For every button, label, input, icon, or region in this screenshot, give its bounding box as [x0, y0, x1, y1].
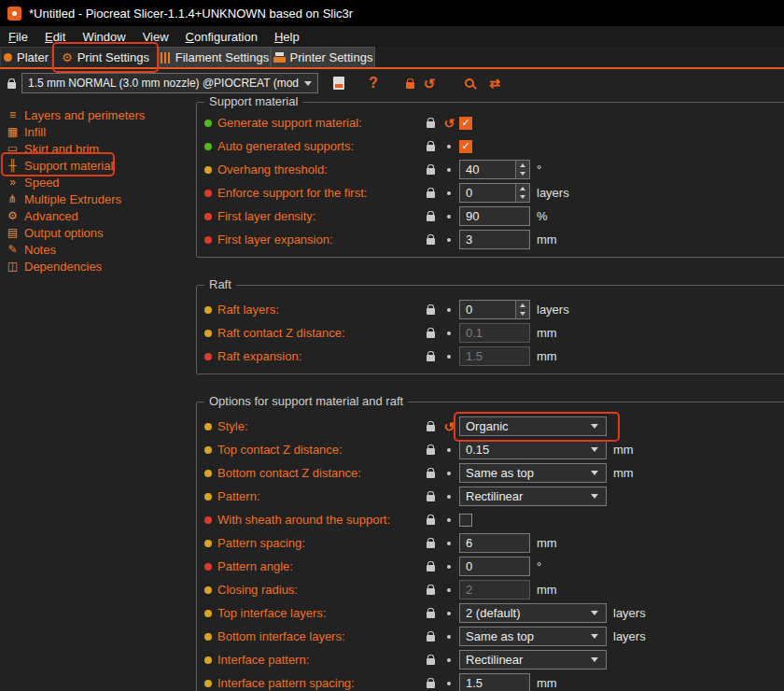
group-title: Support material: [204, 94, 302, 108]
setting-row-overhang-threshold: Overhang threshold: 40 °: [197, 158, 784, 181]
sidebar-item-advanced[interactable]: ⚙ Advanced: [0, 207, 187, 224]
tab-print-settings[interactable]: ⚙ Print Settings: [52, 47, 159, 67]
unit-label: layers: [613, 606, 646, 620]
dropdown-top-interface-layers[interactable]: 2 (default): [459, 603, 607, 623]
dot-icon: [442, 588, 455, 592]
unit-label: °: [537, 162, 541, 176]
sidebar-item-layers-and-perimeters[interactable]: ≡ Layers and perimeters: [0, 106, 187, 123]
window-title: *Untitled - Piocreat Slicer-1.1.4+UNKNOW…: [29, 7, 353, 21]
menu-help[interactable]: Help: [266, 28, 308, 46]
status-bullet: [204, 680, 212, 687]
sidebar-item-infill[interactable]: ▦ Infill: [0, 123, 187, 140]
tab-label: Printer Settings: [290, 50, 373, 64]
unit-label: mm: [537, 233, 557, 247]
lock-icon: [7, 82, 16, 89]
sidebar-item-label: Skirt and brim: [24, 142, 99, 156]
preset-dropdown[interactable]: 1.5 mm NORMAL (3.0 mm nozzle) @PIOCREAT …: [21, 73, 318, 93]
menu-window[interactable]: Window: [74, 28, 133, 46]
spin-input-overhang-threshold[interactable]: 40: [459, 160, 530, 179]
lock-icon: [427, 682, 435, 688]
dropdown-bottom-contact-z[interactable]: Same as top: [459, 463, 607, 483]
group-raft: Raft Raft layers: 0 layers Raft contact …: [196, 285, 784, 374]
spinner-arrows[interactable]: [515, 184, 529, 202]
tab-printer-settings[interactable]: Printer Settings: [271, 47, 375, 67]
text-input-interface-pattern-spacing[interactable]: 1.5: [459, 673, 530, 691]
lock-icon: [427, 472, 435, 478]
tab-filament-settings[interactable]: Filament Settings: [159, 47, 271, 67]
menu-configuration[interactable]: Configuration: [177, 28, 266, 46]
dropdown-value: Rectilinear: [466, 653, 587, 667]
dot-icon: [442, 565, 455, 569]
revert-icon[interactable]: ↺: [442, 420, 455, 433]
input-value: 2: [466, 583, 524, 597]
sidebar-item-speed[interactable]: » Speed: [0, 174, 187, 190]
sidebar-item-skirt-and-brim[interactable]: ▭ Skirt and brim: [0, 140, 187, 157]
sidebar-item-multiple-extruders[interactable]: ⋔ Multiple Extruders: [0, 190, 187, 207]
compare-presets-icon[interactable]: ⇄: [489, 77, 500, 90]
dropdown-bottom-interface-layers[interactable]: Same as top: [459, 627, 607, 646]
sidebar-item-label: Speed: [24, 176, 60, 190]
status-bullet: [204, 143, 212, 150]
preset-name: 1.5 mm NORMAL (3.0 mm nozzle) @PIOCREAT …: [28, 77, 300, 90]
tab-plater[interactable]: Plater: [0, 47, 52, 67]
setting-row-enforce-support: Enforce support for the first: 0 layers: [197, 181, 784, 204]
layers-icon: ≡: [6, 109, 20, 120]
dropdown-top-contact-z[interactable]: 0.15: [459, 440, 607, 459]
skirt-icon: ▭: [6, 143, 20, 154]
group-support-options: Options for support material and raft St…: [196, 402, 784, 691]
revert-icon[interactable]: ↺: [442, 117, 455, 130]
checkbox-sheath[interactable]: [459, 514, 472, 527]
sidebar-item-support-material[interactable]: ╫ Support material: [0, 157, 187, 174]
sidebar-item-output-options[interactable]: ▤ Output options: [0, 224, 187, 241]
dropdown-pattern[interactable]: Rectilinear: [459, 487, 607, 506]
unit-label: mm: [537, 536, 557, 550]
revert-all-icon[interactable]: ↺: [424, 77, 436, 91]
setting-label: Top contact Z distance:: [217, 443, 427, 457]
setting-row-interface-pattern-spacing: Interface pattern spacing: 1.5 mm: [197, 671, 784, 691]
menu-view[interactable]: View: [134, 28, 177, 46]
sidebar-item-notes[interactable]: ✎ Notes: [0, 241, 187, 258]
chevron-down-icon: [591, 424, 598, 429]
lock-icon: [427, 355, 435, 361]
group-title: Options for support material and raft: [204, 394, 408, 408]
spin-input-raft-layers[interactable]: 0: [459, 300, 530, 319]
spin-input-enforce-support[interactable]: 0: [459, 183, 530, 203]
title-bar: *Untitled - Piocreat Slicer-1.1.4+UNKNOW…: [0, 0, 784, 26]
text-input-first-layer-density[interactable]: 90: [459, 206, 530, 226]
save-preset-icon[interactable]: [333, 77, 344, 90]
checkbox-auto-supports[interactable]: [459, 140, 472, 153]
spinner-arrows[interactable]: [515, 301, 529, 318]
dropdown-style[interactable]: Organic: [459, 416, 607, 436]
status-bullet: [204, 540, 212, 547]
dependencies-icon: ◫: [6, 261, 20, 272]
search-icon[interactable]: [465, 78, 474, 88]
dropdown-value: Same as top: [466, 466, 587, 480]
setting-row-raft-expansion: Raft expansion: 1.5 mm: [197, 345, 784, 368]
sidebar-item-label: Multiple Extruders: [24, 192, 121, 206]
help-icon[interactable]: ?: [369, 76, 378, 91]
lock-icon: [427, 495, 435, 501]
sidebar-item-dependencies[interactable]: ◫ Dependencies: [0, 258, 187, 275]
setting-label: Closing radius:: [217, 583, 427, 597]
setting-label: Generate support material:: [217, 116, 427, 130]
menu-edit[interactable]: Edit: [36, 28, 74, 46]
lock-icon: [427, 518, 435, 525]
dropdown-interface-pattern[interactable]: Rectilinear: [459, 650, 607, 670]
text-input-pattern-spacing[interactable]: 6: [459, 533, 530, 553]
dropdown-value: Rectilinear: [466, 489, 587, 503]
unit-label: layers: [613, 629, 646, 643]
setting-row-top-contact-z: Top contact Z distance: 0.15 mm: [197, 438, 784, 461]
lock-settings-icon[interactable]: [406, 82, 414, 89]
unit-label: %: [537, 209, 548, 223]
chevron-down-icon: [591, 657, 598, 662]
spinner-arrows[interactable]: [515, 161, 529, 178]
text-input-pattern-angle[interactable]: 0: [459, 557, 530, 576]
dropdown-value: 2 (default): [466, 606, 587, 620]
menu-file[interactable]: File: [0, 28, 36, 46]
infill-icon: ▦: [6, 126, 20, 137]
setting-row-raft-contact-z: Raft contact Z distance: 0.1 mm: [197, 321, 784, 345]
lock-icon: [427, 145, 435, 151]
checkbox-generate-support[interactable]: [459, 117, 472, 130]
text-input-raft-contact-z: 0.1: [459, 323, 530, 343]
text-input-first-layer-expansion[interactable]: 3: [459, 230, 530, 249]
